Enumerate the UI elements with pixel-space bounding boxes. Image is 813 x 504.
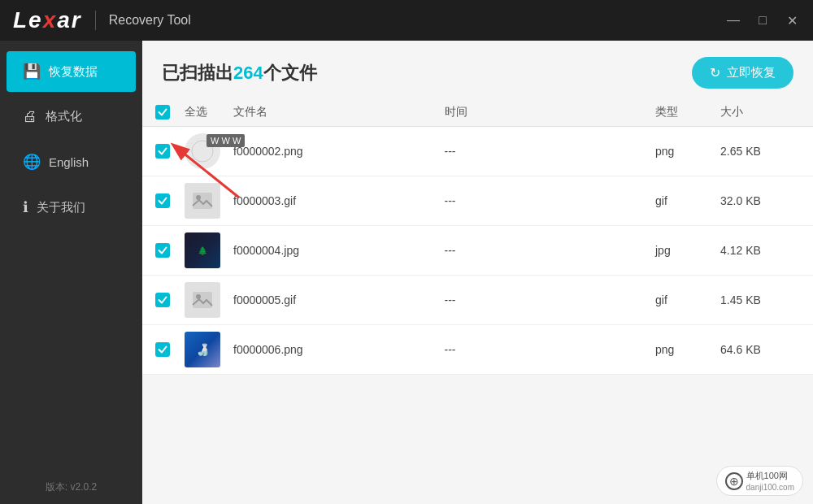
table-row: f0000005.gif --- gif 1.45 KB bbox=[142, 276, 813, 325]
row-type-3: jpg bbox=[655, 244, 720, 257]
titlebar-divider bbox=[95, 11, 96, 30]
row-check-5 bbox=[155, 342, 185, 357]
row-time-5: --- bbox=[445, 343, 656, 356]
sidebar-item-about[interactable]: ℹ 关于我们 bbox=[7, 187, 136, 228]
table-row: f0000003.gif --- gif 32.0 KB bbox=[142, 176, 813, 226]
watermark-text: 单机100网danji100.com bbox=[746, 470, 794, 492]
table-header: 全选 文件名 时间 类型 大小 bbox=[142, 98, 813, 127]
maximize-button[interactable]: □ bbox=[754, 12, 771, 28]
watermark: ⊕ 单机100网danji100.com bbox=[716, 466, 803, 496]
sidebar-label-language: English bbox=[49, 155, 89, 169]
row-time-2: --- bbox=[445, 194, 656, 207]
sidebar-item-language[interactable]: 🌐 English bbox=[7, 141, 136, 182]
svg-point-2 bbox=[196, 195, 201, 200]
thumbnail-image-icon-2 bbox=[185, 282, 220, 318]
scan-prefix: 已扫描出 bbox=[162, 63, 233, 83]
recover-button[interactable]: ↻ 立即恢复 bbox=[692, 57, 793, 89]
row-type-1: png bbox=[655, 145, 720, 158]
minimize-button[interactable]: — bbox=[725, 12, 741, 28]
header-filename-col: 文件名 bbox=[233, 105, 445, 119]
row-filename-5: f0000006.png bbox=[233, 343, 445, 356]
header-time-col: 时间 bbox=[445, 105, 656, 119]
select-all-area bbox=[155, 105, 185, 119]
language-icon: 🌐 bbox=[23, 153, 41, 171]
sidebar-version: 版本: v2.0.2 bbox=[0, 471, 142, 504]
row-check-4 bbox=[155, 293, 185, 307]
sidebar-item-recover[interactable]: 💾 恢复数据 bbox=[7, 51, 136, 92]
row-check-2 bbox=[155, 193, 185, 208]
svg-rect-1 bbox=[193, 193, 212, 209]
row-size-1: 2.65 KB bbox=[720, 145, 793, 158]
row-check-1 bbox=[155, 144, 185, 159]
header-thumb-col: 全选 bbox=[185, 105, 233, 119]
row-thumb-1 bbox=[185, 133, 233, 169]
window-controls: — □ ✕ bbox=[725, 12, 800, 28]
row-type-5: png bbox=[655, 343, 720, 356]
header-type-col: 类型 bbox=[655, 105, 720, 119]
content-area: 已扫描出264个文件 ↻ 立即恢复 bbox=[142, 41, 813, 504]
svg-rect-3 bbox=[193, 292, 212, 308]
sidebar-item-format[interactable]: 🖨 格式化 bbox=[7, 97, 136, 137]
row-type-4: gif bbox=[655, 293, 720, 306]
thumbnail-blue: 🍶 bbox=[185, 332, 220, 367]
row-size-2: 32.0 KB bbox=[720, 194, 793, 207]
table-row: 🍶 f0000006.png --- png 64.6 KB bbox=[142, 325, 813, 375]
row-thumb-5: 🍶 bbox=[185, 332, 233, 367]
row-thumb-4 bbox=[185, 282, 233, 318]
sidebar-label-about: 关于我们 bbox=[37, 200, 85, 215]
header-size-col: 大小 bbox=[720, 105, 793, 119]
table-row: f0000002.png --- png 2.65 KB bbox=[142, 127, 813, 176]
svg-point-0 bbox=[192, 141, 213, 162]
row-checkbox-3[interactable] bbox=[155, 243, 170, 258]
table-body: f0000002.png --- png 2.65 KB bbox=[142, 127, 813, 504]
row-time-1: --- bbox=[445, 145, 656, 158]
sidebar-label-format: 格式化 bbox=[46, 109, 82, 124]
row-checkbox-4[interactable] bbox=[155, 293, 170, 307]
row-checkbox-5[interactable] bbox=[155, 342, 170, 357]
row-time-3: --- bbox=[445, 244, 656, 257]
close-button[interactable]: ✕ bbox=[784, 12, 800, 28]
row-filename-1: f0000002.png bbox=[233, 145, 445, 158]
sidebar-spacer bbox=[0, 230, 142, 471]
app-logo: Lexar bbox=[13, 7, 82, 33]
row-checkbox-2[interactable] bbox=[155, 193, 170, 208]
recover-btn-icon: ↻ bbox=[710, 65, 720, 80]
scan-count: 264 bbox=[233, 63, 263, 83]
recover-btn-label: 立即恢复 bbox=[727, 65, 776, 80]
row-filename-3: f0000004.jpg bbox=[233, 244, 445, 257]
table-row: 🌲 f0000004.jpg --- jpg 4.12 KB bbox=[142, 226, 813, 276]
row-thumb-2 bbox=[185, 183, 233, 219]
header-check-col bbox=[155, 105, 185, 119]
row-size-5: 64.6 KB bbox=[720, 343, 793, 356]
sidebar-label-recover: 恢复数据 bbox=[49, 64, 98, 80]
format-icon: 🖨 bbox=[23, 108, 37, 125]
select-all-label: 全选 bbox=[185, 105, 207, 118]
thumbnail-image-icon bbox=[185, 183, 220, 219]
content-header: 已扫描出264个文件 ↻ 立即恢复 bbox=[142, 41, 813, 98]
row-checkbox-1[interactable] bbox=[155, 144, 170, 159]
row-thumb-3: 🌲 bbox=[185, 232, 233, 268]
row-type-2: gif bbox=[655, 194, 720, 207]
file-table: 全选 文件名 时间 类型 大小 bbox=[142, 98, 813, 504]
titlebar: Lexar Recovery Tool — □ ✕ bbox=[0, 0, 813, 41]
app-title: Recovery Tool bbox=[109, 13, 191, 28]
about-icon: ℹ bbox=[23, 198, 28, 216]
row-time-4: --- bbox=[445, 293, 656, 306]
thumbnail-circle bbox=[185, 133, 220, 169]
main-layout: 💾 恢复数据 🖨 格式化 🌐 English ℹ 关于我们 版本: v2.0.2… bbox=[0, 41, 813, 504]
scan-title: 已扫描出264个文件 bbox=[162, 61, 317, 85]
row-size-3: 4.12 KB bbox=[720, 244, 793, 257]
row-filename-4: f0000005.gif bbox=[233, 293, 445, 306]
watermark-icon: ⊕ bbox=[725, 472, 743, 490]
select-all-checkbox[interactable] bbox=[155, 105, 170, 119]
recover-icon: 💾 bbox=[23, 63, 41, 80]
row-filename-2: f0000003.gif bbox=[233, 194, 445, 207]
scan-suffix: 个文件 bbox=[263, 63, 317, 83]
thumbnail-dark: 🌲 bbox=[185, 232, 220, 268]
row-check-3 bbox=[155, 243, 185, 258]
svg-point-4 bbox=[196, 294, 201, 299]
sidebar: 💾 恢复数据 🖨 格式化 🌐 English ℹ 关于我们 版本: v2.0.2 bbox=[0, 41, 142, 504]
row-size-4: 1.45 KB bbox=[720, 293, 793, 306]
logo-text: Lexar bbox=[13, 7, 82, 33]
